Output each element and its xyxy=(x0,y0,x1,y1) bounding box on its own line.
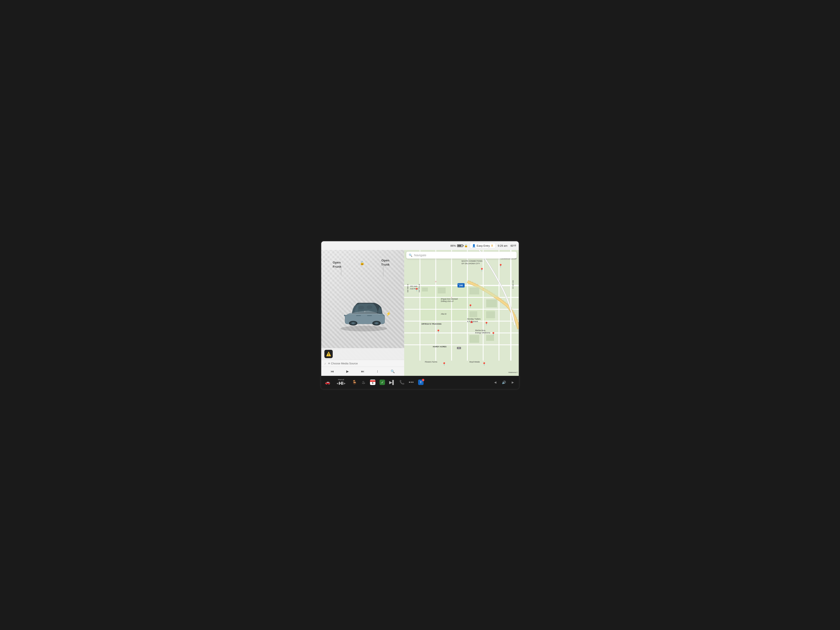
svg-rect-44 xyxy=(486,299,497,307)
map-pin-hobby-lobby[interactable]: 📍 xyxy=(499,264,503,268)
open-frunk-button[interactable]: OpenFrunk xyxy=(333,261,341,268)
easy-entry-button[interactable]: 👤 Easy Entry ⬇ xyxy=(470,243,496,248)
equalizer-button[interactable]: ⫶ xyxy=(375,369,380,374)
media-source-section: ♪ ✳ Choose Media Source xyxy=(321,360,404,367)
top-status-bar: 86% 🔒 👤 Easy Entry ⬇ 9:29 am 60°F xyxy=(321,241,519,250)
warning-button[interactable]: ⚠️ xyxy=(324,350,333,358)
volume-decrease-button[interactable]: ◀ xyxy=(491,380,499,385)
svg-rect-8 xyxy=(367,315,372,316)
warning-section: ⚠️ xyxy=(321,348,404,360)
seat-heat-icon: 🪑 xyxy=(352,380,357,384)
media-controls-bar: ⏮ ▶ ⏭ ⫶ 🔍 xyxy=(321,367,404,376)
vehicle-visualization: T ⚡ xyxy=(327,271,400,347)
svg-point-3 xyxy=(352,322,355,324)
map-pin-flowers-farms[interactable]: 📍 xyxy=(442,362,446,366)
hardy-acres-badge: ◽ xyxy=(457,347,461,349)
bottom-controls: ⚠️ ♪ ✳ Choose Media Source ⏮ ▶ ⏭ ⫶ 🔍 xyxy=(321,348,404,376)
chevron-right-icon: ▶ xyxy=(512,381,514,384)
car-icon: 🚗 xyxy=(325,380,330,384)
map-background[interactable]: 240 I 🔍 Navigate 152 AutoAnd Parts 📍 WAS… xyxy=(404,250,519,376)
warning-triangle-icon: ⚠️ xyxy=(326,352,331,357)
play-button[interactable]: ▶ xyxy=(344,368,351,374)
map-label-monday-trailers: Monday Trailers& Equipment xyxy=(467,318,481,323)
volume-icon: 🔊 xyxy=(502,381,506,384)
map-label-don-wentzel: (Papa) Don WentzelDrilling USA LP xyxy=(441,298,458,303)
rewind-button[interactable]: ⏮ xyxy=(329,369,336,374)
media-icon: ▶▌ xyxy=(389,380,395,384)
more-options-button[interactable]: ••• xyxy=(407,379,415,385)
temp-decrease-button[interactable]: ◀ xyxy=(336,382,338,385)
map-pin-waste-connections[interactable]: 📍 xyxy=(480,268,484,272)
temp-increase-button[interactable]: ▶ xyxy=(344,382,346,385)
svg-text:⚡: ⚡ xyxy=(386,311,391,316)
svg-point-11 xyxy=(358,306,364,309)
svg-rect-37 xyxy=(436,309,451,321)
dots-icon: ••• xyxy=(409,380,414,385)
svg-point-6 xyxy=(375,322,378,324)
calendar-icon: 6 xyxy=(370,380,376,385)
svg-point-12 xyxy=(367,305,373,309)
car-home-button[interactable]: 🚗 xyxy=(323,379,332,385)
svg-rect-29 xyxy=(452,286,467,297)
svg-rect-41 xyxy=(422,287,428,292)
main-screen: 86% 🔒 👤 Easy Entry ⬇ 9:29 am 60°F xyxy=(320,240,520,390)
svg-text:240: 240 xyxy=(459,284,463,287)
lock-icon: 🔒 xyxy=(464,244,468,247)
svg-rect-47 xyxy=(469,335,479,343)
phone-icon: 📞 xyxy=(399,380,404,384)
battery-percent: 86% xyxy=(450,244,456,247)
temp-mode-label: Manual xyxy=(338,379,344,381)
phone-button[interactable]: 📞 xyxy=(398,379,406,385)
open-trunk-button[interactable]: OpenTrunk xyxy=(381,258,390,267)
svg-text:T: T xyxy=(365,311,366,313)
temperature-control[interactable]: Manual ◀ HI ▶ xyxy=(333,378,349,387)
media-source-label[interactable]: ✳ Choose Media Source xyxy=(328,362,401,365)
map-label-sw59: SW 59th St xyxy=(407,284,409,292)
temp-value-display: HI xyxy=(339,381,343,386)
svg-rect-42 xyxy=(438,287,445,293)
map-label-alta-dr: Alta Dr xyxy=(441,313,447,315)
map-label-ritchie-bros: Ritchie Bros.Energy Oklahoma xyxy=(475,329,490,334)
steering-heat-button[interactable]: ♨ xyxy=(360,379,368,385)
map-label-ortegas: ORTEGA'S TRUCKING xyxy=(422,323,442,325)
svg-rect-38 xyxy=(452,309,467,321)
navigate-search-bar[interactable]: 🔍 Navigate xyxy=(406,252,517,259)
volume-display: 🔊 xyxy=(500,380,508,385)
search-media-button[interactable]: 🔍 xyxy=(389,368,396,374)
svg-rect-48 xyxy=(486,335,494,341)
temperature-display: 60°F xyxy=(510,244,516,247)
media-player-button[interactable]: ▶▌ xyxy=(387,379,397,385)
svg-rect-43 xyxy=(469,287,479,294)
main-content-area: OpenFrunk 🔓 OpenTrunk xyxy=(321,250,519,376)
map-pin-don-wentzel[interactable]: 📍 xyxy=(468,304,472,308)
fast-forward-button[interactable]: ⏭ xyxy=(359,369,366,374)
calendar-button[interactable]: 6 xyxy=(368,379,377,386)
volume-increase-button[interactable]: ▶ xyxy=(509,380,517,385)
navigate-input[interactable]: Navigate xyxy=(414,253,514,257)
download-icon: ⬇ xyxy=(491,244,493,247)
svg-point-49 xyxy=(435,281,437,283)
taskbar: 🚗 Manual ◀ HI ▶ 🪑 ♨ xyxy=(321,376,519,389)
map-label-waste-connections: WASTE CONNECTIONSOF OKLAHOMA CITY xyxy=(461,260,483,265)
map-pin-boyd-metals[interactable]: 📍 xyxy=(482,362,486,366)
time-display: 9:29 am xyxy=(498,244,507,247)
map-pin-ortegas[interactable]: 📍 xyxy=(436,329,441,333)
seat-heat-button[interactable]: 🪑 xyxy=(350,379,359,385)
t-badge-button[interactable]: T 1 xyxy=(417,379,425,386)
svg-text:I: I xyxy=(458,284,459,285)
battery-info: 86% 🔒 xyxy=(450,244,468,247)
svg-rect-7 xyxy=(356,315,361,316)
map-panel: 240 I 🔍 Navigate 152 AutoAnd Parts 📍 WAS… xyxy=(404,250,519,376)
vehicle-panel: OpenFrunk 🔓 OpenTrunk xyxy=(321,250,404,376)
map-label-boyd-metals: Boyd Metals xyxy=(470,361,480,363)
svg-rect-46 xyxy=(469,311,477,317)
chevron-left-icon: ◀ xyxy=(494,381,496,384)
battery-icon xyxy=(457,245,463,247)
map-pin-ritchie-bros[interactable]: 📍 xyxy=(491,332,496,336)
map-label-sw57: SW 57th St xyxy=(418,284,420,292)
tesla-app-button[interactable]: ✓ xyxy=(378,379,387,386)
door-lock-icon[interactable]: 🔓 xyxy=(360,261,365,265)
svg-rect-31 xyxy=(483,286,499,297)
map-pin-monday-trailers[interactable]: 📍 xyxy=(485,322,488,325)
search-icon: 🔍 xyxy=(409,254,412,257)
